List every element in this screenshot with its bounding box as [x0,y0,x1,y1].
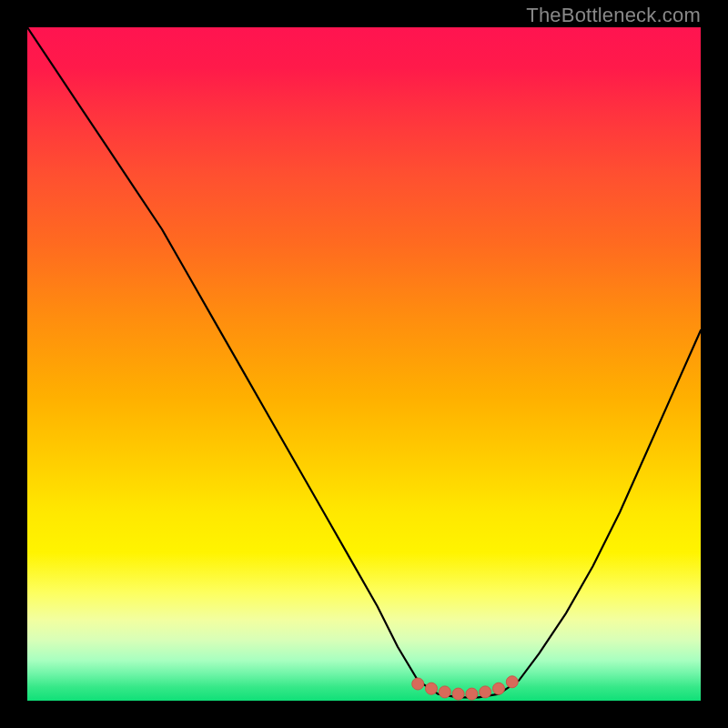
watermark-text: TheBottleneck.com [526,4,701,27]
optimum-marker [426,682,438,694]
optimum-marker [466,688,478,700]
chart-frame: TheBottleneck.com [0,0,728,728]
plot-area [27,27,701,701]
curve-svg [27,27,701,701]
optimum-marker [412,678,424,690]
optimum-marker [439,686,450,698]
bottleneck-curve [27,27,701,697]
optimum-marker [480,686,491,698]
optimum-marker [493,682,505,694]
optimum-marker [506,676,518,688]
optimum-marker [452,688,464,700]
optimum-markers [412,676,519,700]
